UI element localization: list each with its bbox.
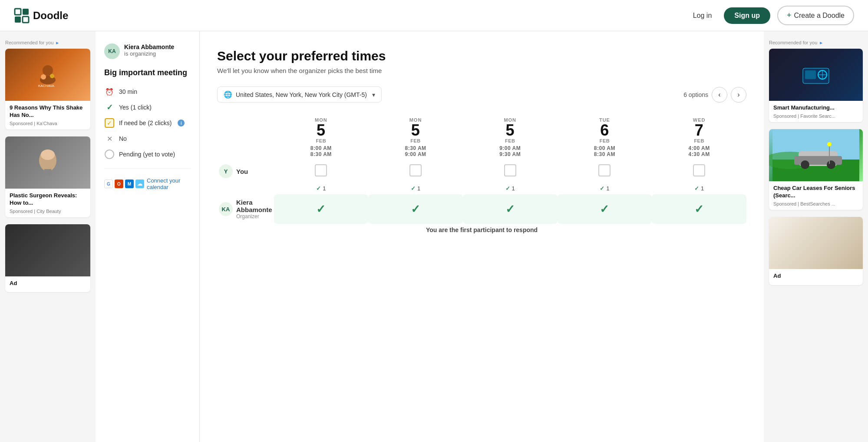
day-col-3: TUE 6 FEB 8:00 AM 8:30 AM <box>558 115 652 160</box>
organizer-vote-row: KA Kiera Abbamonte Organizer ✓ ✓ <box>217 194 746 224</box>
create-doodle-button[interactable]: + Create a Doodle <box>777 6 854 25</box>
signup-button[interactable]: Sign up <box>724 7 770 24</box>
day-col-4: WED 7 FEB 4:00 AM 4:30 AM <box>652 115 746 160</box>
vote-count-1: ✓ 1 <box>368 183 463 194</box>
kachava-image: KACHAVA <box>35 62 61 88</box>
svg-rect-2 <box>15 17 21 23</box>
globe-icon: 🌐 <box>224 90 232 99</box>
legend-list: ⏰ 30 min ✓ Yes (1 click) ✓ If need be (2… <box>104 86 191 160</box>
options-count-area: 6 options ‹ › <box>683 87 746 103</box>
left-ad-1[interactable]: KACHAVA 9 Reasons Why This Shake Has No.… <box>5 49 90 130</box>
right-ad-2[interactable]: Cheap Car Leases For Seniors (Searc... S… <box>769 129 863 210</box>
svg-point-22 <box>801 160 809 169</box>
organizer-check-1: ✓ <box>368 194 463 224</box>
svg-rect-1 <box>23 9 29 15</box>
left-ad-1-image: KACHAVA <box>5 49 90 101</box>
right-ad-3-image <box>769 217 863 269</box>
main-content: Select your preferred times We'll let yo… <box>200 31 764 442</box>
you-avatar: Y <box>219 164 233 178</box>
prev-button[interactable]: ‹ <box>712 87 727 103</box>
left-sidebar: Recommended for you ► KACHAVA 9 Reasons … <box>0 31 96 442</box>
vote-count-3: ✓ 1 <box>558 183 652 194</box>
organizer-avatar: KA <box>104 43 120 59</box>
vote-count-0: ✓ 1 <box>274 183 369 194</box>
vote-checkbox-1[interactable] <box>409 164 422 176</box>
legend-if-need-be: ✓ If need be (2 clicks) i <box>104 118 191 128</box>
left-ad-3-image <box>5 224 90 276</box>
logo: Doodle <box>14 8 68 23</box>
time-grid: MON 5 FEB 8:00 AM 8:30 AM MON 5 FEB 8 <box>217 115 746 236</box>
you-label-cell: Y You <box>217 160 274 183</box>
svg-point-6 <box>41 74 46 80</box>
info-icon: i <box>178 120 185 126</box>
right-ad-triangle-icon: ► <box>819 40 823 45</box>
legend-no: ✕ No <box>104 133 191 144</box>
calendar-connect-row[interactable]: G O M ☁ Connect your calendar <box>104 177 191 190</box>
organizer-checkmark-1: ✓ <box>411 203 420 216</box>
right-ad-1-image <box>769 49 863 101</box>
you-checkbox-2[interactable] <box>463 160 558 183</box>
x-icon: ✕ <box>104 133 115 144</box>
right-ad-3[interactable]: Ad <box>769 217 863 285</box>
first-participant-note: You are the first participant to respond <box>217 224 746 236</box>
right-sidebar: Recommended for you ► Smart Manufacturin… <box>764 31 868 442</box>
you-checkbox-0[interactable] <box>274 160 369 183</box>
col-label-header <box>217 115 274 160</box>
organizer-participant-label: KA Kiera Abbamonte Organizer <box>219 197 272 221</box>
you-name: You <box>236 168 248 175</box>
you-checkbox-3[interactable] <box>558 160 652 183</box>
svg-text:KACHAVA: KACHAVA <box>38 84 55 88</box>
cloud-cal-icon: ☁ <box>135 179 144 188</box>
organizer-row: KA Kiera Abbamonte is organizing <box>104 43 191 59</box>
vote-checkbox-2[interactable] <box>504 164 516 176</box>
car-lease-image <box>769 129 863 181</box>
vote-checkbox-0[interactable] <box>315 164 327 176</box>
day-col-0: MON 5 FEB 8:00 AM 8:30 AM <box>274 115 369 160</box>
logo-text: Doodle <box>33 10 68 22</box>
right-ad-label: Recommended for you ► <box>769 40 863 45</box>
legend-yes: ✓ Yes (1 click) <box>104 102 191 113</box>
vote-count-4: ✓ 1 <box>652 183 746 194</box>
next-button[interactable]: › <box>731 87 746 103</box>
left-ad-1-body: 9 Reasons Why This Shake Has No... Spons… <box>5 101 90 130</box>
you-participant-label: Y You <box>219 163 272 180</box>
outlook-icon: O <box>115 179 123 188</box>
right-ad-1[interactable]: Smart Manufacturing... Sponsored | Favor… <box>769 49 863 122</box>
left-ad-2[interactable]: Plastic Surgeon Reveals: How to... Spons… <box>5 136 90 217</box>
beauty-image <box>30 145 65 180</box>
header-actions: Log in Sign up + Create a Doodle <box>688 6 854 25</box>
check-green-icon: ✓ <box>104 102 115 113</box>
organizer-vote-info: Kiera Abbamonte Organizer <box>236 199 272 219</box>
day-col-2: MON 5 FEB 9:00 AM 9:30 AM <box>463 115 558 160</box>
legend-duration: ⏰ 30 min <box>104 86 191 97</box>
chevron-down-icon: ▾ <box>372 91 375 98</box>
svg-point-10 <box>41 150 55 160</box>
you-checkbox-1[interactable] <box>368 160 463 183</box>
legend-pending: Pending (yet to vote) <box>104 149 191 160</box>
timezone-selector[interactable]: 🌐 United States, New York, New York City… <box>217 86 382 103</box>
organizer-vote-label-cell: KA Kiera Abbamonte Organizer <box>217 194 274 224</box>
organizer-panel: KA Kiera Abbamonte is organizing Big imp… <box>96 31 200 442</box>
meeting-title: Big important meeting <box>104 68 191 78</box>
svg-rect-24 <box>829 146 830 164</box>
organizer-checkmark-3: ✓ <box>600 203 609 216</box>
connect-calendar-link[interactable]: Connect your calendar <box>147 177 191 190</box>
page-layout: Recommended for you ► KACHAVA 9 Reasons … <box>0 31 868 442</box>
you-row: Y You <box>217 160 746 183</box>
svg-rect-3 <box>23 17 29 23</box>
create-plus-icon: + <box>787 11 792 20</box>
vote-checkbox-4[interactable] <box>693 164 705 176</box>
login-button[interactable]: Log in <box>688 8 717 23</box>
right-ad-2-image <box>769 129 863 181</box>
header: Doodle Log in Sign up + Create a Doodle <box>0 0 868 31</box>
svg-point-25 <box>827 142 832 146</box>
page-subtitle: We'll let you know when the organizer pi… <box>217 67 746 74</box>
vote-checkbox-3[interactable] <box>598 164 611 176</box>
left-ad-3[interactable]: Ad <box>5 224 90 292</box>
you-checkbox-4[interactable] <box>652 160 746 183</box>
organizer-checkmark-4: ✓ <box>694 203 704 216</box>
svg-rect-0 <box>15 9 21 15</box>
calendar-icons: G O M ☁ <box>104 179 144 188</box>
manufacturing-image <box>801 60 831 90</box>
google-cal-icon: G <box>104 179 113 188</box>
